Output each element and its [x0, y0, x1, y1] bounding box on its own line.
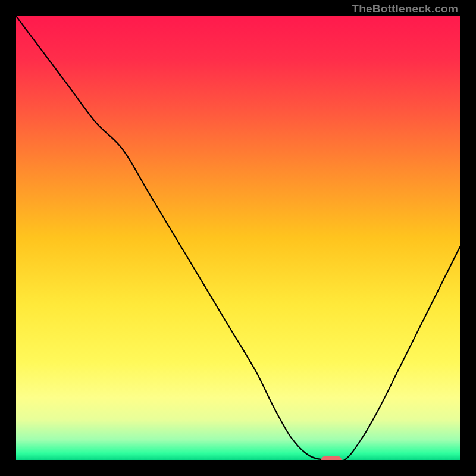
- bottleneck-curve: [16, 16, 460, 460]
- curve-layer: [16, 16, 460, 460]
- plot-area: [16, 16, 460, 460]
- watermark-text: TheBottleneck.com: [352, 2, 458, 15]
- optimum-marker: [321, 456, 342, 461]
- chart-frame: TheBottleneck.com: [0, 0, 476, 476]
